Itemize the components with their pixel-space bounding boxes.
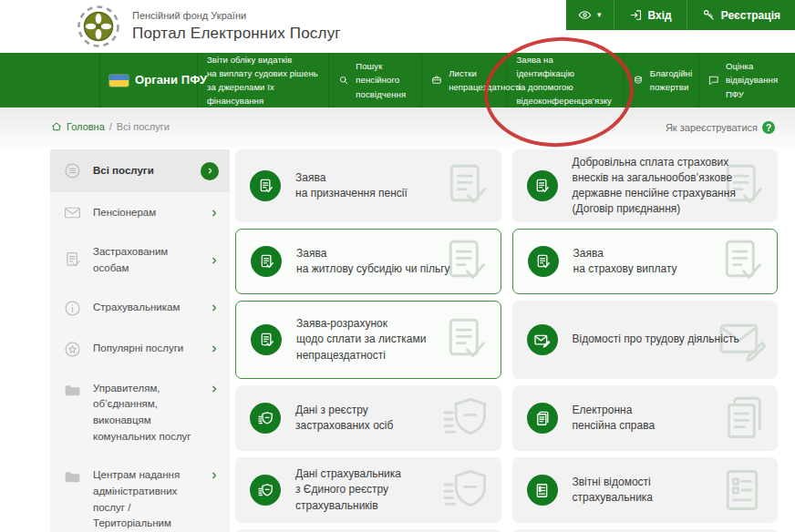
donation-icon xyxy=(633,75,644,86)
org-name: Пенсійний фонд України xyxy=(132,10,246,21)
chat-icon xyxy=(708,75,719,86)
services-grid: Заява на призначення пенсії Добровільна … xyxy=(235,149,778,532)
card-insurer-report-information[interactable]: Звітні відомості страхувальника xyxy=(512,457,779,523)
question-icon: ? xyxy=(762,121,775,134)
breadcrumb-current: Всі послуги xyxy=(117,121,170,132)
chevron-right-icon xyxy=(210,300,219,316)
chevron-right-icon xyxy=(210,252,219,269)
document-check-watermark-icon xyxy=(715,235,768,288)
login-label: Вхід xyxy=(648,9,672,22)
sidebar-item-pensioners[interactable]: Пенсіонерам xyxy=(50,192,230,233)
chevron-down-icon: ▾ xyxy=(597,11,602,19)
document-list-watermark-icon xyxy=(716,464,769,517)
document-check-icon xyxy=(251,246,282,277)
shield-watermark-icon xyxy=(439,392,492,445)
nav-item-video-identification[interactable]: Заява на ідентифікацію за допомогою віде… xyxy=(507,53,623,107)
nav-spacer xyxy=(0,53,100,107)
how-to-register-label: Як зареєструватися xyxy=(666,122,758,133)
document-check-icon xyxy=(63,251,82,270)
breadcrumb-separator: / xyxy=(109,121,112,132)
card-pension-application[interactable]: Заява на призначення пенсії xyxy=(235,149,501,222)
document-check-watermark-icon xyxy=(439,313,491,366)
folder-icon xyxy=(63,381,82,400)
shield-watermark-icon xyxy=(439,464,492,517)
card-housing-subsidy-application[interactable]: Заява на житлову субсидію чи пільгу xyxy=(235,229,501,294)
card-insurer-registry-data[interactable]: Дані страхувальника з Єдиного реєстру ст… xyxy=(235,457,501,523)
briefcase-icon xyxy=(431,75,442,86)
nav-item-visit-rating[interactable]: Оцінка відвідування ПФУ xyxy=(699,53,795,107)
chevron-right-icon xyxy=(201,162,219,180)
topbar: ▾ Вхід Реєстрація xyxy=(566,0,795,30)
document-list-icon xyxy=(527,475,558,506)
document-check-icon xyxy=(250,170,281,201)
main-nav: Органи ПФУ Звіти обліку видатків на випл… xyxy=(0,53,795,107)
eye-icon xyxy=(578,8,592,22)
envelope-icon xyxy=(63,203,82,222)
login-icon xyxy=(629,8,643,22)
chevron-right-icon xyxy=(210,467,219,484)
document-check-icon xyxy=(528,246,559,277)
register-label: Реєстрація xyxy=(721,9,780,22)
sidebar-item-all-services[interactable]: Всі послуги xyxy=(50,149,230,192)
nav-item-expense-reports[interactable]: Звіти обліку видатків на виплату судових… xyxy=(198,53,329,107)
star-circle-icon xyxy=(63,340,82,359)
document-check-icon xyxy=(251,324,282,355)
sidebar-item-admin-service-centers[interactable]: Центрам надання адміністративних послуг … xyxy=(50,456,230,532)
mail-edit-icon xyxy=(527,324,558,355)
document-stack-watermark-icon xyxy=(716,392,769,445)
sidebar-item-utility-managers[interactable]: Управителям, об’єднанням, виконавцям ком… xyxy=(50,370,230,456)
chevron-right-icon xyxy=(210,341,219,357)
chevron-right-icon xyxy=(210,381,219,397)
card-insurance-payout-application[interactable]: Заява на страхову виплату xyxy=(512,229,779,294)
document-stack-icon xyxy=(527,403,558,434)
nav-item-pfu-bodies[interactable]: Органи ПФУ xyxy=(100,53,198,107)
how-to-register-link[interactable]: Як зареєструватися ? xyxy=(666,121,775,134)
breadcrumb: Головна / Всі послуги xyxy=(51,121,170,132)
sidebar: Всі послуги Пенсіонерам Застрахованим ос… xyxy=(50,149,230,532)
breadcrumb-home-link[interactable]: Головна xyxy=(67,121,105,132)
page-title: Портал Електронних Послуг xyxy=(132,25,341,43)
sidebar-item-insurers[interactable]: Страхувальникам xyxy=(50,288,230,329)
info-circle-icon xyxy=(63,299,82,318)
shield-icon xyxy=(250,475,281,506)
breadcrumb-bar: Головна / Всі послуги Як зареєструватися… xyxy=(0,107,795,148)
search-icon xyxy=(338,75,349,86)
card-employment-information[interactable]: Відомості про трудову діяльність xyxy=(512,301,779,379)
home-icon xyxy=(51,121,62,132)
folder-icon xyxy=(63,467,82,486)
register-button[interactable]: Реєстрація xyxy=(687,0,795,30)
ukraine-flag-icon xyxy=(109,75,129,87)
card-sick-leave-calculation[interactable]: Заява-розрахунок щодо сплати за листками… xyxy=(235,301,501,379)
key-icon xyxy=(702,8,716,22)
list-circle-icon xyxy=(63,161,82,180)
chevron-right-icon xyxy=(210,205,219,221)
document-check-icon xyxy=(527,170,558,201)
card-insured-persons-registry-data[interactable]: Дані з реєстру застрахованих осіб xyxy=(235,385,501,451)
sidebar-item-insured-persons[interactable]: Застрахованим особам xyxy=(50,233,230,288)
pension-fund-portal-page: Пенсійний фонд України Портал Електронни… xyxy=(0,0,795,532)
nav-item-sick-leave[interactable]: Листки непрацездатності xyxy=(422,53,507,107)
pension-fund-logo xyxy=(77,5,120,48)
sidebar-item-popular-services[interactable]: Популярні послуги xyxy=(50,329,230,370)
header: Пенсійний фонд України Портал Електронни… xyxy=(0,0,795,53)
card-electronic-pension-file[interactable]: Електронна пенсійна справа xyxy=(512,385,779,451)
nav-item-pension-certificate-search[interactable]: Пошук пенсійного посвідчення xyxy=(329,53,422,107)
shield-icon xyxy=(250,403,281,434)
document-check-watermark-icon xyxy=(439,159,492,212)
nav-item-charity-donations[interactable]: Благодійні пожертви xyxy=(624,53,699,107)
card-voluntary-insurance-payment[interactable]: Добровільна сплата страхових внесків на … xyxy=(512,149,779,222)
login-button[interactable]: Вхід xyxy=(614,0,687,30)
accessibility-dropdown[interactable]: ▾ xyxy=(566,0,614,30)
